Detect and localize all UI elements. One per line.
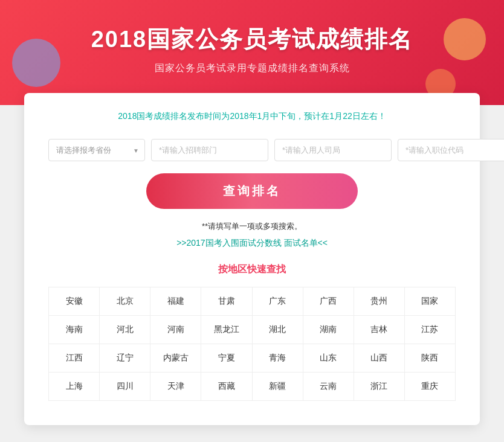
region-cell[interactable]: 山东: [303, 344, 354, 373]
region-cell[interactable]: 河南: [150, 316, 201, 344]
region-cell[interactable]: 西藏: [201, 373, 252, 401]
province-select[interactable]: 请选择报考省份: [48, 139, 145, 161]
region-cell[interactable]: 天津: [150, 373, 201, 401]
position-input[interactable]: [398, 139, 504, 161]
notice-text: 2018国考成绩排名发布时间为2018年1月中下旬，预计在1月22日左右！: [48, 111, 456, 122]
region-cell[interactable]: 黑龙江: [201, 316, 252, 344]
decoration-blue: [12, 39, 60, 87]
region-cell[interactable]: 青海: [253, 344, 303, 373]
region-cell[interactable]: 河北: [100, 316, 150, 344]
region-cell[interactable]: 山西: [354, 344, 405, 373]
region-cell[interactable]: 福建: [150, 287, 201, 316]
region-cell[interactable]: 贵州: [354, 287, 405, 316]
region-cell[interactable]: 广西: [303, 287, 354, 316]
province-select-wrapper: 请选择报考省份 ▼: [48, 139, 145, 161]
interview-link[interactable]: >>2017国考入围面试分数线 面试名单<<: [48, 238, 456, 249]
region-cell[interactable]: 新疆: [253, 373, 303, 401]
region-cell[interactable]: 吉林: [354, 316, 405, 344]
header: 2018国家公务员考试成绩排名 国家公务员考试录用专题成绩排名查询系统: [0, 0, 504, 105]
region-cell[interactable]: 国家: [405, 287, 456, 316]
region-cell[interactable]: 内蒙古: [150, 344, 201, 373]
main-title: 2018国家公务员考试成绩排名: [12, 24, 492, 55]
region-cell[interactable]: 上海: [49, 373, 100, 401]
region-title: 按地区快速查找: [48, 263, 456, 276]
region-cell[interactable]: 广东: [253, 287, 303, 316]
region-cell[interactable]: 北京: [100, 287, 150, 316]
region-cell[interactable]: 甘肃: [201, 287, 252, 316]
decoration-yellow: [444, 18, 486, 60]
search-button[interactable]: 查询排名: [146, 173, 358, 209]
bureau-input[interactable]: [274, 139, 392, 161]
region-cell[interactable]: 辽宁: [100, 344, 150, 373]
region-cell[interactable]: 陕西: [405, 344, 456, 373]
region-cell[interactable]: 江苏: [405, 316, 456, 344]
region-cell[interactable]: 重庆: [405, 373, 456, 401]
region-cell[interactable]: 海南: [49, 316, 100, 344]
content-card: 2018国考成绩排名发布时间为2018年1月中下旬，预计在1月22日左右！ 请选…: [24, 93, 480, 425]
region-cell[interactable]: 湖北: [253, 316, 303, 344]
hint-text: **请填写单一项或多项搜索。: [48, 221, 456, 232]
region-cell[interactable]: 湖南: [303, 316, 354, 344]
region-cell[interactable]: 江西: [49, 344, 100, 373]
region-cell[interactable]: 云南: [303, 373, 354, 401]
sub-title: 国家公务员考试录用专题成绩排名查询系统: [12, 62, 492, 75]
department-input[interactable]: [151, 139, 268, 161]
region-cell[interactable]: 宁夏: [201, 344, 252, 373]
region-cell[interactable]: 安徽: [49, 287, 100, 316]
region-cell[interactable]: 四川: [100, 373, 150, 401]
search-row: 请选择报考省份 ▼: [48, 139, 456, 161]
region-cell[interactable]: 浙江: [354, 373, 405, 401]
region-grid: 安徽北京福建甘肃广东广西贵州国家海南河北河南黑龙江湖北湖南吉林江苏江西辽宁内蒙古…: [48, 287, 456, 401]
